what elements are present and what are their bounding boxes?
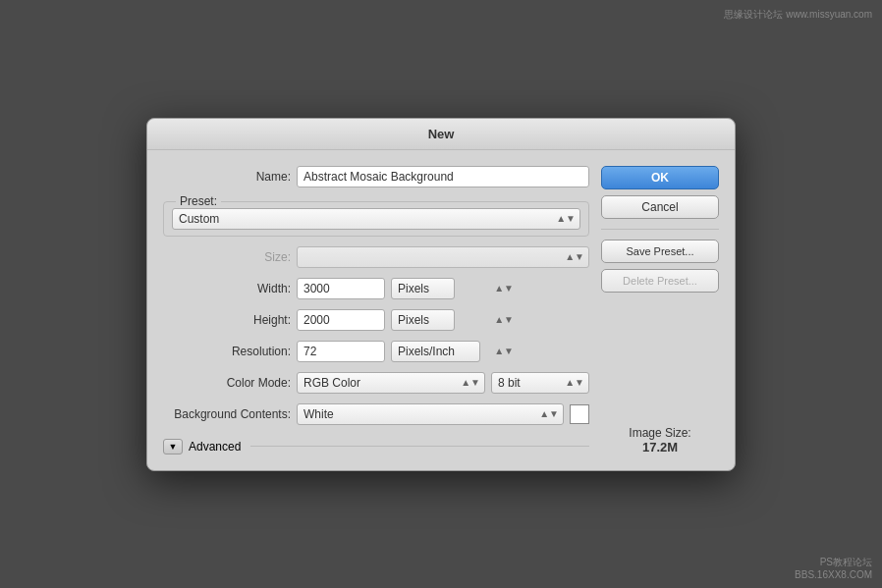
- height-row: Height: Pixels ▲▼: [163, 309, 589, 331]
- resolution-unit-select[interactable]: Pixels/Inch: [391, 341, 480, 362]
- cancel-button[interactable]: Cancel: [601, 195, 719, 219]
- button-divider: [601, 229, 719, 230]
- preset-group: Preset: Custom ▲▼: [163, 201, 589, 237]
- bg-contents-select-wrap: White ▲▼: [297, 403, 564, 425]
- name-label: Name:: [163, 170, 291, 184]
- watermark-bottom: PS教程论坛BBS.16XX8.COM: [795, 556, 872, 580]
- width-input[interactable]: [297, 278, 385, 299]
- advanced-toggle-button[interactable]: ▼: [163, 439, 183, 454]
- resolution-input[interactable]: [297, 341, 385, 362]
- width-row: Width: Pixels ▲▼: [163, 278, 589, 299]
- bg-contents-label: Background Contents:: [163, 407, 291, 421]
- name-row: Name:: [163, 166, 589, 187]
- bitdepth-select[interactable]: 8 bit: [491, 372, 589, 394]
- preset-overlay-label: Preset:: [176, 194, 221, 208]
- resolution-unit-arrow-icon: ▲▼: [494, 347, 514, 356]
- height-input[interactable]: [297, 309, 385, 331]
- size-row: Size: ▲▼: [163, 246, 589, 268]
- resolution-unit-wrap: Pixels/Inch ▲▼: [391, 341, 519, 362]
- height-unit-select[interactable]: Pixels: [391, 309, 455, 331]
- bg-contents-row: Background Contents: White ▲▼: [163, 403, 589, 425]
- advanced-label: Advanced: [189, 440, 241, 454]
- size-select[interactable]: [297, 246, 589, 268]
- bg-contents-select[interactable]: White: [297, 403, 564, 425]
- width-label: Width:: [163, 282, 291, 295]
- size-select-wrap: ▲▼: [297, 246, 589, 268]
- name-input[interactable]: [297, 166, 589, 187]
- width-unit-select[interactable]: Pixels: [391, 278, 455, 299]
- image-size-value: 17.2M: [601, 440, 719, 454]
- resolution-label: Resolution:: [163, 345, 291, 358]
- advanced-divider: [250, 446, 589, 447]
- dialog-new: New Name: Preset: Custom ▲▼: [146, 118, 736, 471]
- advanced-row: ▼ Advanced: [163, 439, 589, 454]
- color-swatch[interactable]: [570, 404, 589, 424]
- resolution-row: Resolution: Pixels/Inch ▲▼: [163, 341, 589, 362]
- colormode-row: Color Mode: RGB Color ▲▼ 8 bit ▲▼: [163, 372, 589, 394]
- dialog-form: Name: Preset: Custom ▲▼ Size:: [163, 166, 589, 454]
- image-size-section: Image Size: 17.2M: [601, 397, 719, 454]
- size-label: Size:: [163, 250, 291, 264]
- colormode-label: Color Mode:: [163, 376, 291, 390]
- dialog-buttons: OK Cancel Save Preset... Delete Preset..…: [601, 166, 719, 454]
- colormode-select[interactable]: RGB Color: [297, 372, 485, 394]
- width-unit-arrow-icon: ▲▼: [494, 284, 514, 294]
- height-label: Height:: [163, 313, 291, 327]
- delete-preset-button[interactable]: Delete Preset...: [601, 269, 719, 293]
- preset-select[interactable]: Custom: [172, 208, 580, 230]
- height-unit-wrap: Pixels ▲▼: [391, 309, 519, 331]
- image-size-label: Image Size:: [601, 426, 719, 440]
- height-unit-arrow-icon: ▲▼: [494, 315, 514, 325]
- dialog-title: New: [147, 119, 735, 150]
- ok-button[interactable]: OK: [601, 166, 719, 189]
- width-unit-wrap: Pixels ▲▼: [391, 278, 519, 299]
- preset-select-wrap: Custom ▲▼: [172, 208, 580, 230]
- colormode-select-wrap: RGB Color ▲▼: [297, 372, 485, 394]
- watermark-top: 思缘设计论坛 www.missyuan.com: [724, 8, 872, 22]
- save-preset-button[interactable]: Save Preset...: [601, 240, 719, 263]
- bitdepth-select-wrap: 8 bit ▲▼: [491, 372, 589, 394]
